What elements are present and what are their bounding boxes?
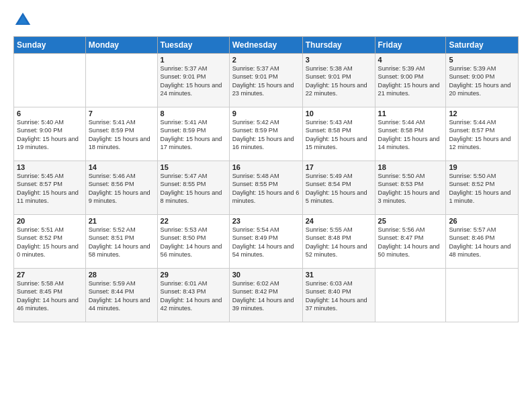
calendar-cell: 16Sunrise: 5:48 AMSunset: 8:55 PMDayligh… xyxy=(229,161,302,215)
day-info: Sunrise: 5:37 AMSunset: 9:01 PMDaylight:… xyxy=(232,64,300,98)
day-info: Sunrise: 5:47 AMSunset: 8:55 PMDaylight:… xyxy=(161,172,226,205)
day-number: 9 xyxy=(232,109,300,118)
week-row-4: 27Sunrise: 5:58 AMSunset: 8:45 PMDayligh… xyxy=(14,269,519,322)
calendar-cell: 17Sunrise: 5:49 AMSunset: 8:54 PMDayligh… xyxy=(302,161,375,215)
calendar-cell: 15Sunrise: 5:47 AMSunset: 8:55 PMDayligh… xyxy=(157,161,229,215)
day-info: Sunrise: 5:52 AMSunset: 8:51 PMDaylight:… xyxy=(89,226,154,259)
calendar-cell: 28Sunrise: 5:59 AMSunset: 8:44 PMDayligh… xyxy=(85,269,157,322)
day-number: 14 xyxy=(89,163,154,171)
day-number: 10 xyxy=(306,109,372,118)
calendar-cell: 30Sunrise: 6:02 AMSunset: 8:42 PMDayligh… xyxy=(229,269,302,322)
calendar-cell: 24Sunrise: 5:55 AMSunset: 8:48 PMDayligh… xyxy=(302,215,375,269)
day-info: Sunrise: 5:49 AMSunset: 8:54 PMDaylight:… xyxy=(306,172,372,205)
weekday-header-row: SundayMondayTuesdayWednesdayThursdayFrid… xyxy=(14,37,519,54)
day-info: Sunrise: 5:37 AMSunset: 9:01 PMDaylight:… xyxy=(161,64,226,98)
weekday-header-tuesday: Tuesday xyxy=(157,37,229,54)
day-number: 1 xyxy=(161,56,226,64)
day-info: Sunrise: 6:02 AMSunset: 8:42 PMDaylight:… xyxy=(232,279,300,313)
calendar-cell xyxy=(375,269,446,322)
calendar-cell: 27Sunrise: 5:58 AMSunset: 8:45 PMDayligh… xyxy=(14,269,86,322)
calendar-cell xyxy=(85,54,157,107)
day-info: Sunrise: 5:39 AMSunset: 9:00 PMDaylight:… xyxy=(449,64,515,98)
calendar-cell xyxy=(446,269,519,322)
day-number: 31 xyxy=(306,271,372,279)
day-number: 4 xyxy=(378,56,443,64)
day-number: 21 xyxy=(89,217,154,225)
day-number: 24 xyxy=(306,217,372,225)
day-number: 5 xyxy=(449,56,515,64)
calendar-cell: 14Sunrise: 5:46 AMSunset: 8:56 PMDayligh… xyxy=(85,161,157,215)
page: SundayMondayTuesdayWednesdayThursdayFrid… xyxy=(0,0,532,411)
calendar-cell: 2Sunrise: 5:37 AMSunset: 9:01 PMDaylight… xyxy=(229,54,302,107)
day-number: 29 xyxy=(161,271,226,279)
weekday-header-wednesday: Wednesday xyxy=(229,37,302,54)
day-info: Sunrise: 5:55 AMSunset: 8:48 PMDaylight:… xyxy=(306,226,372,259)
day-number: 2 xyxy=(232,56,300,64)
day-number: 22 xyxy=(161,217,226,225)
day-info: Sunrise: 5:44 AMSunset: 8:57 PMDaylight:… xyxy=(449,118,515,152)
calendar-cell: 11Sunrise: 5:44 AMSunset: 8:58 PMDayligh… xyxy=(375,107,446,161)
logo xyxy=(13,11,35,30)
weekday-header-saturday: Saturday xyxy=(446,37,519,54)
day-number: 6 xyxy=(17,109,83,118)
calendar-cell: 23Sunrise: 5:54 AMSunset: 8:49 PMDayligh… xyxy=(229,215,302,269)
day-number: 12 xyxy=(449,109,515,118)
day-number: 11 xyxy=(378,109,443,118)
calendar-cell: 22Sunrise: 5:53 AMSunset: 8:50 PMDayligh… xyxy=(157,215,229,269)
day-info: Sunrise: 5:50 AMSunset: 8:53 PMDaylight:… xyxy=(378,172,443,205)
day-number: 23 xyxy=(232,217,300,225)
weekday-header-thursday: Thursday xyxy=(302,37,375,54)
day-info: Sunrise: 5:50 AMSunset: 8:52 PMDaylight:… xyxy=(449,172,515,205)
calendar-cell: 5Sunrise: 5:39 AMSunset: 9:00 PMDaylight… xyxy=(446,54,519,107)
day-info: Sunrise: 5:43 AMSunset: 8:58 PMDaylight:… xyxy=(306,118,372,152)
day-number: 27 xyxy=(17,271,83,279)
calendar-table: SundayMondayTuesdayWednesdayThursdayFrid… xyxy=(13,36,519,322)
day-info: Sunrise: 5:54 AMSunset: 8:49 PMDaylight:… xyxy=(232,226,300,259)
day-number: 8 xyxy=(161,109,226,118)
calendar-cell: 7Sunrise: 5:41 AMSunset: 8:59 PMDaylight… xyxy=(85,107,157,161)
day-number: 20 xyxy=(17,217,83,225)
day-number: 3 xyxy=(306,56,372,64)
week-row-2: 13Sunrise: 5:45 AMSunset: 8:57 PMDayligh… xyxy=(14,161,519,215)
logo-icon xyxy=(13,11,32,30)
calendar-cell: 9Sunrise: 5:42 AMSunset: 8:59 PMDaylight… xyxy=(229,107,302,161)
weekday-header-friday: Friday xyxy=(375,37,446,54)
day-number: 17 xyxy=(306,163,372,171)
calendar-cell: 8Sunrise: 5:41 AMSunset: 8:59 PMDaylight… xyxy=(157,107,229,161)
day-info: Sunrise: 5:56 AMSunset: 8:47 PMDaylight:… xyxy=(378,226,443,259)
week-row-3: 20Sunrise: 5:51 AMSunset: 8:52 PMDayligh… xyxy=(14,215,519,269)
calendar-cell: 6Sunrise: 5:40 AMSunset: 9:00 PMDaylight… xyxy=(14,107,86,161)
day-info: Sunrise: 5:53 AMSunset: 8:50 PMDaylight:… xyxy=(161,226,226,259)
day-number: 7 xyxy=(89,109,154,118)
calendar-cell: 21Sunrise: 5:52 AMSunset: 8:51 PMDayligh… xyxy=(85,215,157,269)
header xyxy=(13,11,519,30)
day-number: 28 xyxy=(89,271,154,279)
day-number: 18 xyxy=(378,163,443,171)
day-number: 26 xyxy=(449,217,515,225)
day-number: 16 xyxy=(232,163,300,171)
calendar-cell: 12Sunrise: 5:44 AMSunset: 8:57 PMDayligh… xyxy=(446,107,519,161)
day-number: 19 xyxy=(449,163,515,171)
calendar-header: SundayMondayTuesdayWednesdayThursdayFrid… xyxy=(14,37,519,54)
day-info: Sunrise: 5:38 AMSunset: 9:01 PMDaylight:… xyxy=(306,64,372,98)
calendar-cell: 13Sunrise: 5:45 AMSunset: 8:57 PMDayligh… xyxy=(14,161,86,215)
day-info: Sunrise: 5:40 AMSunset: 9:00 PMDaylight:… xyxy=(17,118,83,152)
calendar-cell: 3Sunrise: 5:38 AMSunset: 9:01 PMDaylight… xyxy=(302,54,375,107)
day-info: Sunrise: 5:59 AMSunset: 8:44 PMDaylight:… xyxy=(89,279,154,313)
day-number: 25 xyxy=(378,217,443,225)
day-info: Sunrise: 6:03 AMSunset: 8:40 PMDaylight:… xyxy=(306,279,372,313)
day-number: 30 xyxy=(232,271,300,279)
day-info: Sunrise: 5:51 AMSunset: 8:52 PMDaylight:… xyxy=(17,226,83,259)
day-info: Sunrise: 5:42 AMSunset: 8:59 PMDaylight:… xyxy=(232,118,300,152)
calendar-cell xyxy=(14,54,86,107)
day-info: Sunrise: 6:01 AMSunset: 8:43 PMDaylight:… xyxy=(161,279,226,313)
calendar-cell: 18Sunrise: 5:50 AMSunset: 8:53 PMDayligh… xyxy=(375,161,446,215)
day-info: Sunrise: 5:45 AMSunset: 8:57 PMDaylight:… xyxy=(17,172,83,205)
weekday-header-monday: Monday xyxy=(85,37,157,54)
calendar-cell: 31Sunrise: 6:03 AMSunset: 8:40 PMDayligh… xyxy=(302,269,375,322)
day-info: Sunrise: 5:58 AMSunset: 8:45 PMDaylight:… xyxy=(17,279,83,313)
day-info: Sunrise: 5:57 AMSunset: 8:46 PMDaylight:… xyxy=(449,226,515,259)
week-row-0: 1Sunrise: 5:37 AMSunset: 9:01 PMDaylight… xyxy=(14,54,519,107)
calendar-cell: 10Sunrise: 5:43 AMSunset: 8:58 PMDayligh… xyxy=(302,107,375,161)
day-info: Sunrise: 5:44 AMSunset: 8:58 PMDaylight:… xyxy=(378,118,443,152)
